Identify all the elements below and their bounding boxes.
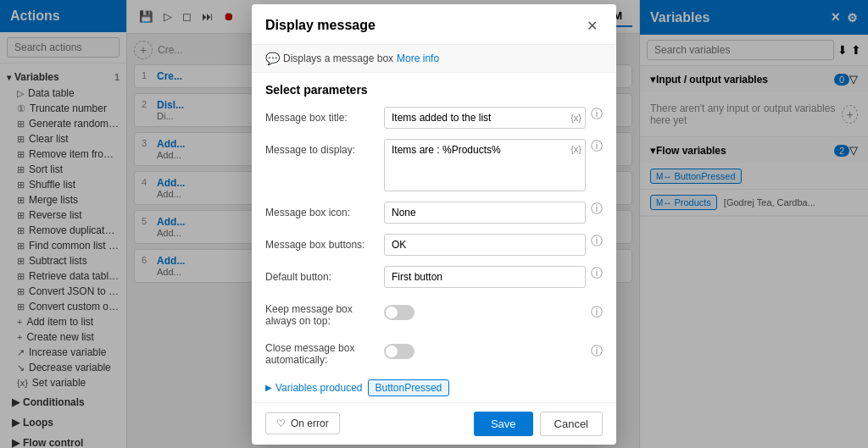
cancel-button[interactable]: Cancel — [540, 412, 603, 436]
message-box-title-input[interactable] — [385, 108, 567, 128]
message-icon-row: Message box icon: None Information Warni… — [265, 202, 603, 224]
display-message-modal: Display message ✕ 💬 Displays a message b… — [252, 4, 616, 445]
on-error-label: On error — [291, 418, 329, 429]
default-button-control: First button Second button Third button — [384, 266, 586, 288]
message-box-title-wrap: {x} — [384, 107, 586, 129]
title-badge: {x} — [567, 113, 585, 123]
message-display-row: Message to display: Items are : %Product… — [265, 139, 603, 191]
vars-produced-chevron-icon: ▶ — [265, 383, 272, 392]
default-button-select-wrap: First button Second button Third button — [384, 266, 586, 288]
keep-on-top-info-icon[interactable]: ⓘ — [591, 305, 603, 320]
message-icon-select-wrap: None Information Warning Error — [384, 202, 586, 224]
keep-on-top-control — [384, 305, 586, 320]
message-box-title-label: Message box title: — [265, 107, 384, 124]
heart-icon: ♡ — [276, 418, 286, 429]
vars-produced-tag: ButtonPressed — [368, 379, 450, 396]
variables-produced-row[interactable]: ▶ Variables produced ButtonPressed — [265, 376, 603, 402]
footer-right-buttons: Save Cancel — [474, 412, 603, 436]
message-buttons-control: OK OK - Cancel Yes - No Yes - No - Cance… — [384, 234, 586, 256]
message-box-icon: 💬 — [265, 52, 280, 65]
close-auto-toggle[interactable] — [384, 344, 415, 359]
message-box-title-row: Message box title: {x} ⓘ — [265, 107, 603, 129]
title-info-icon[interactable]: ⓘ — [591, 107, 603, 122]
vars-produced-label: Variables produced — [275, 382, 363, 394]
keep-on-top-knob — [386, 307, 398, 318]
modal-title: Display message — [265, 18, 376, 33]
modal-body: Select parameters Message box title: {x}… — [252, 73, 616, 402]
select-params-title: Select parameters — [265, 83, 603, 97]
close-auto-control — [384, 344, 586, 359]
message-buttons-select[interactable]: OK OK - Cancel Yes - No Yes - No - Cance… — [384, 234, 586, 256]
message-display-wrap: Items are : %Products% {x} — [384, 139, 586, 191]
on-error-button[interactable]: ♡ On error — [265, 412, 340, 434]
save-button[interactable]: Save — [474, 412, 533, 436]
default-button-label: Default button: — [265, 266, 384, 283]
display-info-icon[interactable]: ⓘ — [591, 139, 603, 154]
message-display-textarea[interactable]: Items are : %Products% — [385, 140, 567, 191]
message-display-control: Items are : %Products% {x} — [384, 139, 586, 191]
keep-on-top-label: Keep message box always on top: — [265, 298, 384, 327]
keep-on-top-row: Keep message box always on top: ⓘ — [265, 298, 603, 327]
default-button-select[interactable]: First button Second button Third button — [384, 266, 586, 288]
default-button-info-icon[interactable]: ⓘ — [591, 266, 603, 281]
subheader-text: Displays a message box — [283, 53, 393, 64]
display-badge: {x} — [567, 140, 585, 154]
icon-info-icon[interactable]: ⓘ — [591, 202, 603, 217]
close-auto-toggle-wrap — [384, 344, 586, 359]
message-box-title-control: {x} — [384, 107, 586, 129]
modal-header: Display message ✕ — [252, 4, 616, 45]
close-auto-row: Close message box automatically: ⓘ — [265, 337, 603, 366]
message-icon-label: Message box icon: — [265, 202, 384, 218]
close-auto-label: Close message box automatically: — [265, 337, 384, 366]
message-icon-control: None Information Warning Error — [384, 202, 586, 224]
message-icon-select[interactable]: None Information Warning Error — [384, 202, 586, 224]
modal-overlay: Display message ✕ 💬 Displays a message b… — [0, 0, 868, 448]
message-display-label: Message to display: — [265, 139, 384, 156]
close-auto-info-icon[interactable]: ⓘ — [591, 344, 603, 359]
keep-on-top-toggle[interactable] — [384, 305, 415, 320]
keep-on-top-toggle-wrap — [384, 305, 586, 320]
modal-footer: ♡ On error Save Cancel — [252, 402, 616, 445]
message-buttons-row: Message box buttons: OK OK - Cancel Yes … — [265, 234, 603, 256]
message-buttons-select-wrap: OK OK - Cancel Yes - No Yes - No - Cance… — [384, 234, 586, 256]
more-info-link[interactable]: More info — [397, 53, 439, 64]
modal-subheader: 💬 Displays a message box More info — [252, 45, 616, 73]
close-auto-knob — [386, 346, 398, 357]
default-button-row: Default button: First button Second butt… — [265, 266, 603, 288]
message-buttons-label: Message box buttons: — [265, 234, 384, 251]
buttons-info-icon[interactable]: ⓘ — [591, 234, 603, 249]
modal-close-button[interactable]: ✕ — [581, 16, 603, 36]
